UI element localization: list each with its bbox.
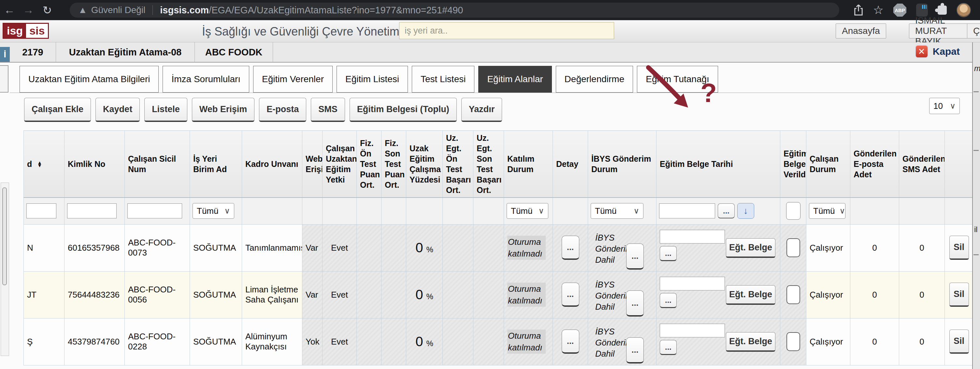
eposta-button[interactable]: E-posta [259,98,306,122]
belge-tarihi-dots-button[interactable]: ... [660,293,677,308]
yuzde-value: 0 [415,240,423,255]
tarih-filter-input[interactable] [659,203,715,219]
eposta-adet-cell: 0 [850,224,899,271]
table-row: JT 75644483236 ABC-FOOD-0056 SOĞUTMA Lim… [24,271,974,318]
name-fragment: JT [27,290,37,300]
belge-verildi-cell [780,318,807,365]
tab-egitim-verenler[interactable]: Eğitim Verenler [253,66,332,93]
browser-chrome: ← → ↻ ▲︎ Güvenli Değil isgsis.com/EGA/EG… [0,0,980,20]
col-fiz-son-test: Fiz. Son Test Puan Ort. [382,131,406,198]
birim-filter-select[interactable]: Tümü ∨ [192,203,234,219]
eposta-adet-value: 0 [872,337,877,347]
calisan-durum-cell: Çalışıyor [807,318,850,365]
jobsite-search-input[interactable] [399,22,614,39]
belge-verildi-checkbox[interactable] [786,285,800,304]
egt-belge-button[interactable]: Eğt. Belge [726,285,775,305]
edge-fragment-mid: il [974,225,978,234]
ad-filter-input[interactable] [26,203,56,219]
listele-button[interactable]: Listele [144,98,187,122]
belge-tarihi-dots-button[interactable]: ... [660,340,677,355]
url-path: /EGA/EGA/UzakEgitimAtamaListe?ino=1977&m… [209,5,463,15]
window-id[interactable]: 2179 [10,42,56,62]
ibys-detail-button[interactable]: ... [626,243,644,270]
sort-icon[interactable]: ▲▼ [37,161,42,167]
extension-icon[interactable] [916,3,928,17]
sms-button[interactable]: SMS [311,98,345,122]
web-erisim-value: Var [305,290,318,300]
belge-verildi-filter-box[interactable] [786,202,800,220]
window-company-tab[interactable]: ABC FOODK [195,42,273,62]
annotation-question-mark: ? [700,78,717,108]
detay-button[interactable]: ... [562,236,579,260]
page-size-select[interactable]: 10 ∨ [929,98,960,114]
egitim-yetki-cell: Evet [323,224,357,271]
tarih-filter-dots-button[interactable]: ... [718,203,735,219]
belge-tarihi-input[interactable] [660,230,725,243]
belge-tarihi-input[interactable] [660,277,725,291]
col-ibys-durum: İBYS Gönderim Durum [588,131,657,198]
back-icon[interactable]: ← [0,3,19,16]
app-header: isg sis İş Sağlığı ve Güvenliği Çevre Yö… [0,20,980,42]
sicil-filter-input[interactable] [127,203,182,219]
tarih-filter-arrow-button[interactable]: ↓ [737,203,754,219]
tab-egitim-alanlar[interactable]: Eğitim Alanlar [478,66,552,93]
sil-button[interactable]: Sil [950,329,969,354]
tab-egitim-listesi[interactable]: Eğitim Listesi [337,66,408,93]
ibys-detail-button[interactable]: ... [626,291,644,316]
adblock-extension-icon[interactable]: ABP [893,3,906,17]
detay-button[interactable]: ... [562,283,579,307]
ibys-cell: İBYS Gönderime Dahil ... [588,271,657,318]
calisan-durum-value: Çalışıyor [810,290,843,300]
kadro-cell: Tanımlanmamış [242,224,302,271]
col-fiz-on-test: Fiz. Ön Test Puan Ort. [357,131,382,198]
tab-degerlendirme[interactable]: Değerlendirme [556,66,633,93]
sil-cell: Sil [945,224,974,271]
kimlik-filter-input[interactable] [67,203,117,219]
detay-button[interactable]: ... [562,329,579,354]
yuzde-cell: 0% [406,224,443,271]
chevron-down-icon: ∨ [633,206,639,216]
ibys-filter-select[interactable]: Tümü ∨ [591,203,643,219]
reload-icon[interactable]: ↻ [38,3,57,17]
tab-test-listesi[interactable]: Test Listesi [412,66,475,93]
window-module-tab[interactable]: Uzaktan Eğitim Atama-08 [56,42,195,62]
col-eposta-adet: Gönderilen E-posta Adet [850,131,899,198]
belge-tarihi-input[interactable] [660,324,725,337]
belge-verildi-checkbox[interactable] [786,238,800,257]
sil-button[interactable]: Sil [950,283,969,307]
egt-belge-button[interactable]: Eğt. Belge [726,238,775,258]
extensions-puzzle-icon[interactable] [938,6,947,15]
yazdir-button[interactable]: Yazdır [461,98,503,122]
fiz-son-cell [382,271,406,318]
egt-belge-button[interactable]: Eğt. Belge [726,332,775,352]
sicil-cell: ABC-FOOD-0228 [125,318,190,365]
tab-uzaktan-egitim-atama-bilgileri[interactable]: Uzaktan Eğitim Atama Bilgileri [19,66,159,93]
belge-tarihi-dots-button[interactable]: ... [660,246,677,261]
left-scrollbar[interactable] [1,182,9,356]
egitim-belgesi-toplu-button[interactable]: Eğitim Belgesi (Toplu) [350,98,457,122]
forward-icon[interactable]: → [19,3,38,16]
share-icon[interactable] [854,4,863,16]
edge-box-fragment [0,65,8,93]
left-scrollbar-thumb[interactable] [2,187,7,285]
katilim-filter-select[interactable]: Tümü ∨ [507,203,548,219]
edge-line [974,254,979,255]
egitim-yetki-cell: Evet [323,271,357,318]
address-bar[interactable]: ▲︎ Güvenli Değil isgsis.com/EGA/EGA/Uzak… [70,3,839,18]
sil-cell: Sil [945,271,974,318]
kaydet-button[interactable]: Kaydet [95,98,140,122]
web-erisim-cell: Var [302,271,323,318]
home-button[interactable]: Anasayfa [836,24,886,38]
name-fragment-cell: N [24,224,65,271]
close-window-button[interactable]: ✕ Kapat [915,45,960,58]
calisan-ekle-button[interactable]: Çalışan Ekle [24,98,91,122]
bookmark-star-icon[interactable]: ☆ [873,3,884,17]
logout-button[interactable]: Çık [967,24,980,38]
calisan-durum-filter-select[interactable]: Tümü ∨ [809,203,845,219]
detay-cell: ... [553,271,588,318]
tab-imza-sorumlulari[interactable]: İmza Sorumluları [162,66,249,93]
ibys-detail-button[interactable]: ... [626,337,644,363]
web-erisim-button[interactable]: Web Erişim [192,98,255,122]
belge-verildi-checkbox[interactable] [786,332,800,351]
sil-button[interactable]: Sil [950,236,969,260]
